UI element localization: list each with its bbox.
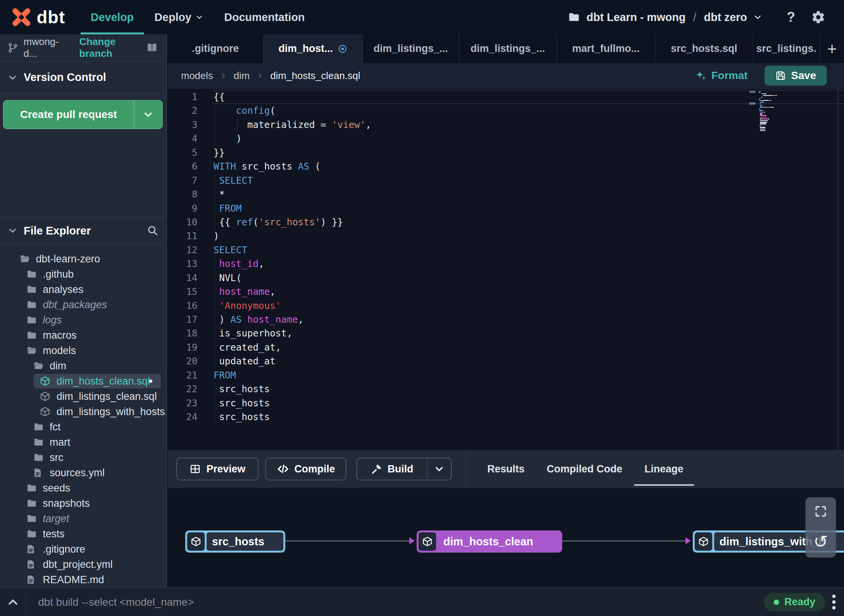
create-pull-request-button[interactable]: Create pull request	[3, 100, 134, 129]
tree-item-logs[interactable]: logs	[0, 312, 166, 328]
dbt-logo[interactable]: dbt	[11, 7, 65, 27]
help-button[interactable]: ?	[787, 9, 795, 25]
dbt-cloud-ide: dbt Develop Deploy Documentation dbt Lea…	[0, 0, 844, 616]
code-line[interactable]: SELECT	[213, 243, 844, 257]
tree-item-tests[interactable]: tests	[0, 526, 166, 542]
line-number-gutter: 123456789101112131415161718192021222324	[168, 90, 197, 450]
code-line[interactable]: NVL(	[213, 271, 844, 285]
editor-tab-src-listings[interactable]: src_listings.	[753, 34, 820, 63]
editor-tab-dim-listings[interactable]: dim_listings_...	[459, 34, 557, 63]
indent-guide	[215, 327, 215, 340]
tree-item-analyses[interactable]: analyses	[0, 282, 166, 297]
code-line[interactable]: updated_at	[213, 354, 844, 368]
chevron-down-icon[interactable]	[753, 13, 762, 22]
lineage-node-dim-hosts-clean[interactable]: dim_hosts_clean	[417, 530, 562, 553]
tree-item-dim-listings-with-hosts[interactable]: dim_listings_with_hosts...	[0, 404, 166, 419]
editor-scrollbar[interactable]	[838, 89, 838, 450]
code-line[interactable]: FROM	[213, 369, 844, 382]
code-line[interactable]: src_hosts	[213, 410, 844, 424]
settings-gear-icon[interactable]	[811, 10, 826, 24]
nav-deploy[interactable]: Deploy	[144, 0, 214, 34]
editor-tab-src-hosts-sql[interactable]: src_hosts.sql	[655, 34, 753, 63]
tree-item-gitignore[interactable]: .gitignore	[0, 542, 166, 557]
code-line[interactable]: is_superhost,	[213, 327, 844, 340]
code-line[interactable]: src_hosts	[213, 396, 844, 410]
version-control-header[interactable]: Version Control	[0, 61, 166, 94]
folder-open-icon	[33, 361, 44, 371]
create-pull-request-dropdown[interactable]	[134, 100, 162, 129]
build-dropdown[interactable]	[427, 458, 451, 480]
project-name[interactable]: dbt zero	[704, 11, 747, 24]
breadcrumb-segment[interactable]: dim_hosts_clean.sql	[270, 70, 361, 82]
code-line[interactable]: WITH src_hosts AS (	[213, 160, 844, 173]
tree-item-dim[interactable]: dim	[0, 358, 166, 373]
build-button[interactable]: Build	[357, 458, 427, 480]
tree-item-snapshots[interactable]: snapshots	[0, 496, 166, 511]
code-line[interactable]: )	[213, 132, 844, 146]
code-line[interactable]: }}	[213, 146, 844, 160]
docs-book-icon[interactable]	[146, 42, 158, 53]
expand-command-bar-button[interactable]	[0, 588, 26, 616]
refresh-icon[interactable]: ↺	[813, 533, 828, 550]
breadcrumb-segment[interactable]: dim	[234, 70, 250, 82]
tree-item-target[interactable]: target	[0, 511, 166, 526]
chevron-right-icon	[220, 72, 227, 79]
code-lines[interactable]: {{ config( materialized = 'view', )}}WIT…	[197, 90, 844, 450]
new-tab-button[interactable]: +	[820, 34, 844, 63]
indent-guide	[215, 257, 215, 271]
code-line[interactable]: config(	[213, 104, 844, 118]
save-button[interactable]: Save	[765, 66, 827, 86]
panel-tab-compiled-code[interactable]: Compiled Code	[536, 450, 633, 488]
editor-tab-dim-host[interactable]: dim_host...	[264, 34, 363, 63]
code-line[interactable]: created_at,	[213, 341, 844, 354]
tree-item-label: .gitignore	[43, 543, 85, 555]
editor-tab-dim-listings[interactable]: dim_listings_...	[363, 34, 459, 63]
code-line[interactable]: materialized = 'view',	[213, 118, 844, 132]
tree-item-macros[interactable]: macros	[0, 328, 166, 343]
panel-tab-results[interactable]: Results	[477, 450, 535, 488]
code-line[interactable]: ) AS host_name,	[213, 313, 844, 327]
lineage-graph[interactable]: dim_listings_with_hdim_hosts_cleansrc_ho…	[168, 488, 844, 587]
tree-item-dbt-project-yml[interactable]: dbt_project.yml	[0, 557, 166, 572]
search-icon[interactable]	[147, 225, 158, 236]
code-line[interactable]: host_id,	[213, 257, 844, 271]
panel-tab-lineage[interactable]: Lineage	[634, 450, 694, 488]
account-name[interactable]: dbt Learn - mwong	[587, 11, 686, 24]
breadcrumb-segment[interactable]: models	[181, 70, 213, 82]
code-editor[interactable]: 123456789101112131415161718192021222324 …	[168, 89, 844, 450]
code-line[interactable]: src_hosts	[213, 382, 844, 396]
kebab-menu-icon[interactable]	[832, 595, 836, 610]
change-branch-link[interactable]: Change branch	[79, 36, 146, 60]
lineage-node-src-hosts[interactable]: src_hosts	[185, 530, 285, 553]
code-line[interactable]: 'Anonymous'	[213, 299, 844, 313]
preview-button[interactable]: Preview	[176, 458, 259, 480]
tree-item-dim-listings-clean-sql[interactable]: dim_listings_clean.sql	[0, 389, 166, 404]
tree-item-mart[interactable]: mart	[0, 435, 166, 450]
tree-item-sources-yml[interactable]: sources.yml	[0, 465, 166, 480]
tree-item-src[interactable]: src	[0, 450, 166, 465]
tree-item-dim-hosts-clean-sql[interactable]: dim_hosts_clean.sql	[0, 373, 166, 389]
tree-item-dbt-learn-zero[interactable]: dbt-learn-zero	[0, 251, 166, 267]
tree-item-fct[interactable]: fct	[0, 419, 166, 435]
fullscreen-icon[interactable]	[814, 504, 828, 518]
nav-develop[interactable]: Develop	[81, 0, 144, 34]
command-input[interactable]: dbt build --select <model_name>	[38, 596, 194, 608]
tree-item-seeds[interactable]: seeds	[0, 480, 166, 496]
compile-button[interactable]: Compile	[265, 458, 346, 480]
tree-item-github[interactable]: .github	[0, 267, 166, 282]
format-button[interactable]: Format	[695, 70, 748, 82]
editor-tab-gitignore[interactable]: .gitignore	[168, 34, 264, 63]
editor-tab-mart-fullmo[interactable]: mart_fullmo...	[557, 34, 655, 63]
code-line[interactable]: *	[213, 188, 844, 201]
tree-item-models[interactable]: models	[0, 343, 166, 358]
nav-documentation[interactable]: Documentation	[214, 0, 315, 34]
code-line[interactable]: {{ ref('src_hosts') }}	[213, 215, 844, 229]
file-explorer-header[interactable]: File Explorer	[0, 217, 166, 244]
tree-item-readme-md[interactable]: README.md	[0, 572, 166, 587]
tree-item-dbt-packages[interactable]: dbt_packages	[0, 297, 166, 312]
code-line[interactable]: SELECT	[213, 174, 844, 188]
code-line[interactable]: host_name,	[213, 285, 844, 299]
code-line[interactable]: FROM	[213, 202, 844, 215]
code-line[interactable]: )	[213, 229, 844, 243]
minimap[interactable]	[759, 92, 782, 132]
